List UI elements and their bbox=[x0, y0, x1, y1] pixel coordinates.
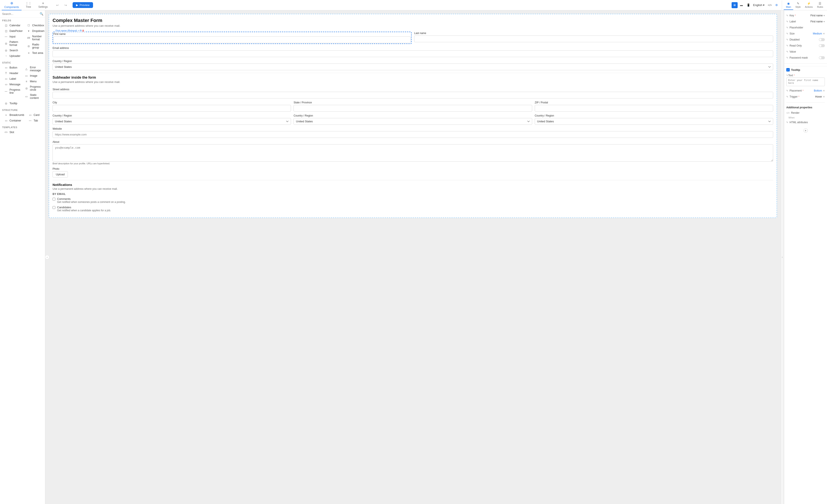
add-property-wrapper: + bbox=[786, 127, 825, 134]
tab-actions[interactable]: ⚡ Actions bbox=[803, 0, 815, 10]
play-icon: ▶ bbox=[76, 3, 78, 7]
placement-label: Placement * bbox=[789, 89, 807, 92]
sidebar-item-tab[interactable]: — Tab bbox=[26, 118, 43, 123]
code-button[interactable]: </> bbox=[766, 2, 773, 9]
first-name-input[interactable] bbox=[53, 36, 411, 43]
sidebar-item-static-content[interactable]: ▭ Static content bbox=[22, 92, 43, 101]
size-clear-icon[interactable]: ✕ bbox=[823, 32, 825, 35]
tab-settings[interactable]: ≡ Settings bbox=[35, 0, 51, 10]
sidebar-item-calendar[interactable]: ◫ Calendar bbox=[2, 22, 25, 28]
about-textarea[interactable] bbox=[53, 144, 773, 161]
zip-input[interactable] bbox=[535, 105, 773, 111]
sidebar-item-uploader[interactable]: ↑ Uploader bbox=[2, 53, 25, 59]
sidebar-item-button[interactable]: ▭ Button bbox=[2, 65, 22, 70]
password-label: Password mask bbox=[789, 56, 818, 59]
copy-icon[interactable]: ⧉ bbox=[80, 29, 82, 32]
sidebar-item-image[interactable]: ▭ Image bbox=[22, 73, 43, 79]
comments-checkbox[interactable] bbox=[53, 198, 55, 201]
website-input[interactable] bbox=[53, 131, 773, 138]
plus-icon[interactable]: + bbox=[78, 29, 79, 32]
style-tab-icon: ✎ bbox=[797, 2, 799, 5]
about-label: About bbox=[53, 141, 773, 143]
candidates-checkbox[interactable] bbox=[53, 206, 55, 209]
tab-style[interactable]: ✎ Style bbox=[793, 0, 802, 10]
state-input[interactable] bbox=[294, 105, 532, 111]
upload-label: Upload bbox=[56, 173, 65, 176]
sidebar-item-label[interactable]: ▭ Label bbox=[2, 76, 22, 82]
delete-icon[interactable]: 🗑 bbox=[82, 29, 85, 32]
sidebar-item-datepicker[interactable]: ◫ DatePicker bbox=[2, 28, 25, 34]
country3-select[interactable]: United States bbox=[294, 118, 532, 125]
email-input[interactable] bbox=[53, 50, 773, 57]
language-selector[interactable]: English ▾ bbox=[751, 3, 767, 7]
street-input[interactable] bbox=[53, 92, 773, 98]
sidebar-item-dropdown[interactable]: ▾ Dropdown bbox=[25, 28, 45, 34]
photo-label: Photo bbox=[53, 167, 773, 170]
sidebar-item-checkbox[interactable]: ☐ Checkbox bbox=[25, 22, 45, 28]
gear-icon[interactable]: ⚙ bbox=[773, 2, 780, 9]
password-row: ✎ Password mask bbox=[784, 55, 827, 61]
city-label: City bbox=[53, 101, 291, 104]
render-row: </> Render bbox=[786, 110, 825, 116]
country-select[interactable]: United States bbox=[53, 63, 773, 70]
preview-button[interactable]: ▶ Preview bbox=[72, 2, 93, 8]
sidebar-item-slot[interactable]: <> Slot bbox=[2, 130, 43, 135]
sidebar-item-input[interactable]: — Input bbox=[2, 34, 25, 39]
sidebar-item-progress-line[interactable]: — Progress line bbox=[2, 87, 22, 95]
rules-tab-icon: ☰ bbox=[819, 2, 821, 5]
placement-edit-icon: ✎ bbox=[786, 89, 788, 92]
disabled-toggle[interactable] bbox=[819, 38, 825, 41]
country4-select[interactable]: United States bbox=[535, 118, 773, 125]
tab-main[interactable]: ◉ Main bbox=[784, 0, 793, 10]
label-dropdown-icon[interactable]: ▾ bbox=[824, 20, 825, 23]
sidebar-item-error-message[interactable]: △ Error message bbox=[22, 65, 43, 73]
error-label: Error message bbox=[30, 66, 41, 72]
fields-section-title: Fields bbox=[2, 19, 43, 22]
password-toggle[interactable] bbox=[819, 56, 825, 59]
input-label: Input bbox=[9, 35, 15, 38]
sidebar-item-container[interactable]: ▭ Container bbox=[2, 118, 26, 123]
sidebar-item-header[interactable]: T Header bbox=[2, 70, 22, 76]
sidebar-collapse-button[interactable]: ‹ bbox=[45, 255, 49, 259]
tab-tree[interactable]: ⋮⋮ Tree bbox=[22, 0, 35, 10]
sidebar-item-progress-circle[interactable]: ◎ Progress circle bbox=[22, 84, 43, 92]
email-row: Email address bbox=[53, 47, 773, 57]
last-name-input[interactable] bbox=[414, 36, 773, 42]
first-name-selected[interactable]: First name (RsInput) + ⧉ 🗑 First name bbox=[53, 32, 411, 44]
sidebar-item-tooltip[interactable]: ◎ Tooltip bbox=[2, 101, 43, 106]
sidebar-item-search[interactable]: ◎ Search bbox=[2, 48, 25, 53]
tooltip-checkbox[interactable]: ✓ bbox=[786, 68, 790, 71]
sidebar-item-message[interactable]: ▭ Message bbox=[2, 82, 22, 87]
trigger-clear-icon[interactable]: ✕ bbox=[823, 95, 825, 98]
upload-button[interactable]: Upload bbox=[53, 171, 68, 178]
tab-components[interactable]: ⊕ Components bbox=[2, 0, 21, 10]
sidebar-item-textarea[interactable]: ≡ Text area bbox=[25, 50, 45, 56]
sidebar-item-radio-group[interactable]: ◎ Radio group bbox=[25, 42, 45, 50]
uploader-label: Uploader bbox=[9, 54, 20, 57]
pattern-icon: ◎ bbox=[4, 42, 8, 45]
sidebar-item-pattern-format[interactable]: ◎ Pattern format bbox=[2, 39, 25, 48]
redo-button[interactable]: ↪ bbox=[62, 2, 69, 9]
key-value: First name ▾ bbox=[808, 14, 825, 17]
value-row: ✎ Value bbox=[784, 49, 827, 55]
readonly-toggle[interactable] bbox=[819, 44, 825, 47]
sidebar-item-breadcrumb[interactable]: » Breadcrumb bbox=[2, 112, 26, 118]
tab-rules[interactable]: ☰ Rules bbox=[815, 0, 825, 10]
search-input[interactable] bbox=[2, 12, 38, 15]
desktop-icon[interactable]: 🖥 bbox=[732, 2, 738, 8]
canvas-expand-button[interactable]: › bbox=[780, 10, 784, 504]
tablet-icon[interactable]: ▬ bbox=[738, 2, 744, 8]
container-label: Container bbox=[9, 119, 21, 122]
add-property-button[interactable]: + bbox=[804, 129, 808, 133]
country2-select[interactable]: United States bbox=[53, 118, 291, 125]
placement-clear-icon[interactable]: ✕ bbox=[823, 89, 825, 92]
city-input[interactable] bbox=[53, 105, 291, 111]
undo-button[interactable]: ↩ bbox=[54, 2, 61, 9]
sidebar-item-number-format[interactable]: ## Number format bbox=[25, 34, 45, 42]
key-dropdown-icon[interactable]: ▾ bbox=[824, 14, 825, 17]
sidebar-item-card[interactable]: ▭ Card bbox=[26, 112, 43, 118]
sidebar-item-menu[interactable]: ≡ Menu bbox=[22, 79, 43, 84]
tooltip-text-input[interactable] bbox=[786, 78, 825, 86]
settings-tab-icon: ≡ bbox=[42, 1, 44, 5]
mobile-icon[interactable]: 📱 bbox=[745, 2, 751, 8]
